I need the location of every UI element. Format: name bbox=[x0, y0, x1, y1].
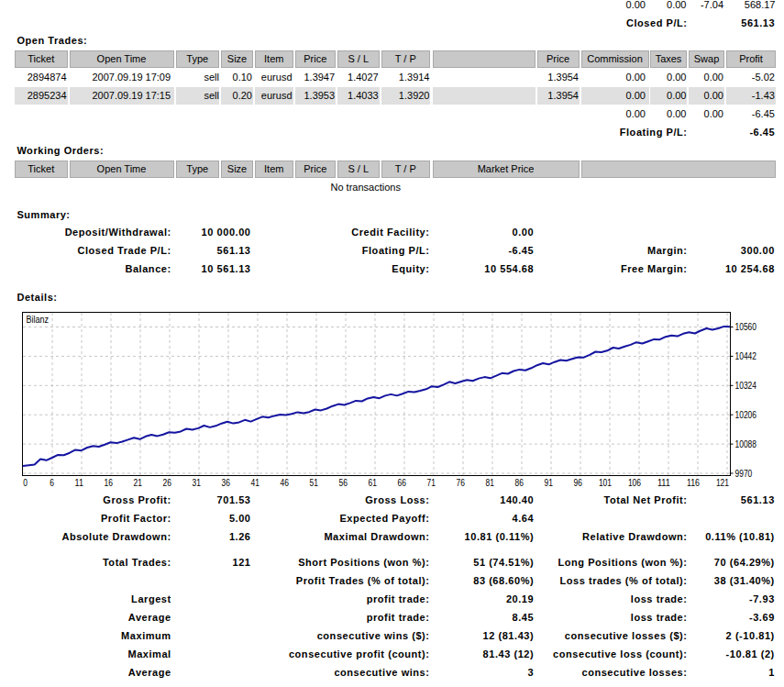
svg-text:10206: 10206 bbox=[735, 409, 757, 420]
svg-text:96: 96 bbox=[574, 477, 583, 488]
svg-text:56: 56 bbox=[339, 477, 348, 488]
svg-text:10442: 10442 bbox=[735, 350, 757, 361]
svg-text:10560: 10560 bbox=[735, 321, 757, 332]
svg-text:91: 91 bbox=[545, 477, 554, 488]
svg-text:111: 111 bbox=[657, 477, 670, 488]
svg-text:31: 31 bbox=[193, 477, 202, 488]
svg-text:116: 116 bbox=[687, 477, 700, 488]
svg-text:11: 11 bbox=[75, 477, 84, 488]
svg-text:71: 71 bbox=[427, 477, 436, 488]
svg-text:36: 36 bbox=[222, 477, 231, 488]
svg-text:26: 26 bbox=[163, 477, 172, 488]
svg-text:6: 6 bbox=[50, 477, 54, 488]
svg-text:Bilanz: Bilanz bbox=[27, 315, 50, 325]
svg-text:46: 46 bbox=[281, 477, 290, 488]
svg-text:10088: 10088 bbox=[735, 438, 757, 449]
svg-text:81: 81 bbox=[486, 477, 495, 488]
svg-text:76: 76 bbox=[457, 477, 466, 488]
svg-text:0: 0 bbox=[23, 477, 28, 488]
svg-text:51: 51 bbox=[310, 477, 319, 488]
svg-text:86: 86 bbox=[515, 477, 525, 488]
svg-text:106: 106 bbox=[628, 477, 641, 488]
svg-text:9970: 9970 bbox=[735, 468, 753, 479]
svg-text:121: 121 bbox=[716, 477, 729, 488]
svg-text:61: 61 bbox=[369, 477, 378, 488]
svg-text:101: 101 bbox=[599, 477, 612, 488]
svg-text:66: 66 bbox=[398, 477, 407, 488]
svg-text:41: 41 bbox=[251, 477, 260, 488]
svg-text:16: 16 bbox=[105, 477, 114, 488]
svg-text:10324: 10324 bbox=[735, 380, 757, 391]
svg-text:21: 21 bbox=[134, 477, 143, 488]
